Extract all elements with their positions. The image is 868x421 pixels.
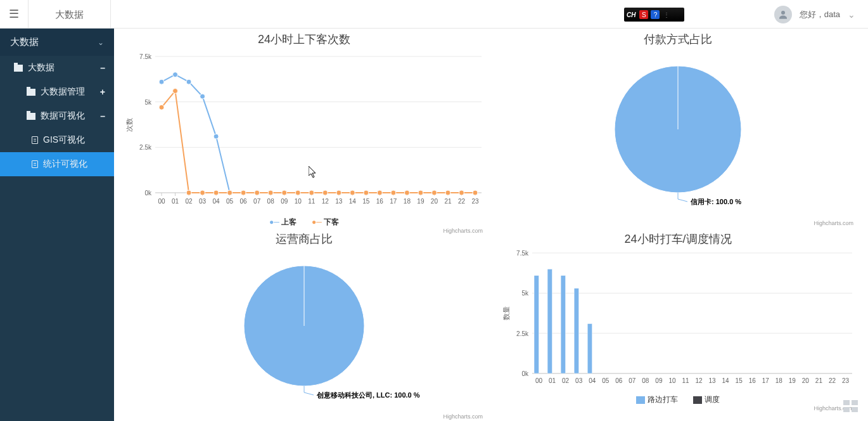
svg-text:信用卡: 100.0 %: 信用卡: 100.0 %: [690, 198, 741, 205]
chart-operator-plot[interactable]: 创意移动科技公司, LLC: 100.0 %: [120, 247, 488, 411]
svg-point-93: [295, 190, 300, 195]
svg-text:15: 15: [362, 198, 370, 205]
grid-view-icon[interactable]: [843, 400, 858, 412]
ime-label: CH: [627, 11, 635, 18]
svg-text:06: 06: [240, 198, 248, 205]
svg-text:02: 02: [562, 377, 570, 384]
sidebar-item-stats[interactable]: 统计可视化: [0, 152, 114, 176]
legend-item[interactable]: ●─ 上客: [269, 217, 297, 226]
svg-text:17: 17: [762, 377, 770, 384]
ime-dots-icon: ⋮: [663, 11, 670, 18]
svg-text:03: 03: [575, 377, 583, 384]
chart-credits: Highcharts.com: [120, 413, 488, 420]
svg-point-95: [322, 190, 328, 195]
sidebar-root[interactable]: 大数据 ⌄: [0, 29, 114, 56]
svg-point-94: [309, 190, 314, 195]
svg-text:07: 07: [253, 198, 261, 205]
legend-item[interactable]: 调度: [693, 395, 720, 404]
svg-point-86: [200, 190, 205, 195]
svg-text:2.5k: 2.5k: [139, 144, 152, 151]
svg-text:06: 06: [615, 377, 623, 384]
collapse-icon[interactable]: –: [100, 63, 105, 73]
sidebar-item-label: 大数据管理: [41, 86, 85, 98]
chart-credits: Highcharts.com: [497, 220, 858, 226]
hamburger-icon[interactable]: ☰: [0, 0, 29, 29]
svg-text:00: 00: [535, 377, 543, 384]
chart-dispatch-plot[interactable]: 0k2.5k5k7.5k0001020304050607080910111213…: [497, 247, 858, 392]
svg-point-85: [186, 190, 191, 195]
user-menu[interactable]: 您好，data ⌄: [762, 0, 868, 29]
svg-text:5k: 5k: [521, 290, 529, 297]
svg-text:00: 00: [158, 198, 165, 205]
chart-hourly-plot[interactable]: 0k2.5k5k7.5k0001020304050607080910111213…: [120, 47, 488, 215]
svg-point-90: [255, 190, 260, 195]
legend-item[interactable]: ●─ 下客: [312, 217, 339, 226]
svg-rect-149: [561, 275, 566, 373]
svg-text:17: 17: [390, 198, 397, 205]
svg-text:13: 13: [709, 377, 717, 384]
header: ☰ 大数据 CH S ? ⋮ 您好，data ⌄: [0, 0, 868, 29]
svg-point-60: [173, 72, 178, 77]
svg-text:14: 14: [722, 377, 730, 384]
svg-point-92: [282, 190, 287, 195]
header-title: 大数据: [29, 0, 111, 29]
svg-text:22: 22: [829, 377, 836, 384]
svg-text:11: 11: [308, 198, 316, 205]
svg-text:10: 10: [295, 198, 302, 205]
sidebar-root-label: 大数据: [10, 36, 39, 48]
chart-hourly: 24小时上下客次数 0k2.5k5k7.5k000102030405060708…: [120, 32, 488, 228]
svg-point-0: [781, 11, 785, 15]
svg-text:08: 08: [267, 198, 275, 205]
svg-text:10: 10: [668, 377, 676, 384]
svg-text:11: 11: [682, 377, 689, 384]
svg-text:23: 23: [842, 377, 850, 384]
folder-icon: [14, 65, 23, 72]
chevron-down-icon: ⌄: [848, 10, 855, 20]
svg-text:15: 15: [736, 377, 743, 384]
sidebar-item-label: GIS可视化: [43, 134, 85, 146]
svg-text:18: 18: [775, 377, 783, 384]
svg-point-102: [418, 190, 423, 195]
sidebar-item-visualize[interactable]: 数据可视化 –: [0, 104, 114, 128]
greeting-text: 您好，data: [800, 9, 840, 20]
sidebar-item-bigdata[interactable]: 大数据 –: [0, 56, 114, 80]
svg-text:21: 21: [444, 198, 452, 205]
legend-item[interactable]: 路边打车: [636, 395, 678, 404]
folder-icon: [27, 113, 35, 120]
chart-dispatch: 24小时打车/调度情况 0k2.5k5k7.5k0001020304050607…: [497, 231, 858, 421]
svg-text:14: 14: [349, 198, 357, 205]
chevron-down-icon: ⌄: [98, 38, 104, 47]
svg-text:16: 16: [376, 198, 384, 205]
svg-text:05: 05: [602, 377, 610, 384]
chart-payment: 付款方式占比 信用卡: 100.0 % Highcharts.com: [497, 32, 858, 228]
avatar-icon: [774, 6, 792, 23]
svg-text:12: 12: [322, 198, 329, 205]
svg-point-91: [268, 190, 273, 195]
chart-title: 付款方式占比: [497, 32, 858, 47]
svg-point-89: [241, 190, 246, 195]
document-icon: [32, 160, 38, 168]
document-icon: [32, 136, 38, 144]
sidebar-item-manage[interactable]: 大数据管理 +: [0, 80, 114, 104]
svg-point-87: [214, 190, 219, 195]
svg-text:18: 18: [404, 198, 411, 205]
svg-text:次数: 次数: [125, 118, 133, 132]
svg-text:0k: 0k: [521, 370, 529, 377]
svg-text:5k: 5k: [144, 99, 152, 106]
sidebar-item-gis[interactable]: GIS可视化: [0, 128, 114, 152]
svg-point-98: [364, 190, 369, 195]
svg-text:01: 01: [549, 377, 556, 384]
svg-text:7.5k: 7.5k: [516, 250, 529, 257]
chart-operator: 运营商占比 创意移动科技公司, LLC: 100.0 % Highcharts.…: [120, 231, 488, 421]
svg-rect-151: [587, 323, 592, 373]
svg-text:22: 22: [458, 198, 466, 205]
expand-icon[interactable]: +: [100, 87, 105, 97]
svg-point-106: [473, 190, 478, 195]
svg-point-96: [336, 190, 341, 195]
sidebar: 大数据 ⌄ 大数据 – 大数据管理 + 数据可视化 – GIS可视化 统计可视化: [0, 29, 114, 421]
svg-point-83: [159, 105, 164, 110]
chart-payment-plot[interactable]: 信用卡: 100.0 %: [497, 47, 858, 218]
ime-widget[interactable]: CH S ? ⋮: [624, 8, 684, 22]
collapse-icon[interactable]: –: [100, 111, 105, 121]
svg-rect-150: [574, 288, 579, 373]
